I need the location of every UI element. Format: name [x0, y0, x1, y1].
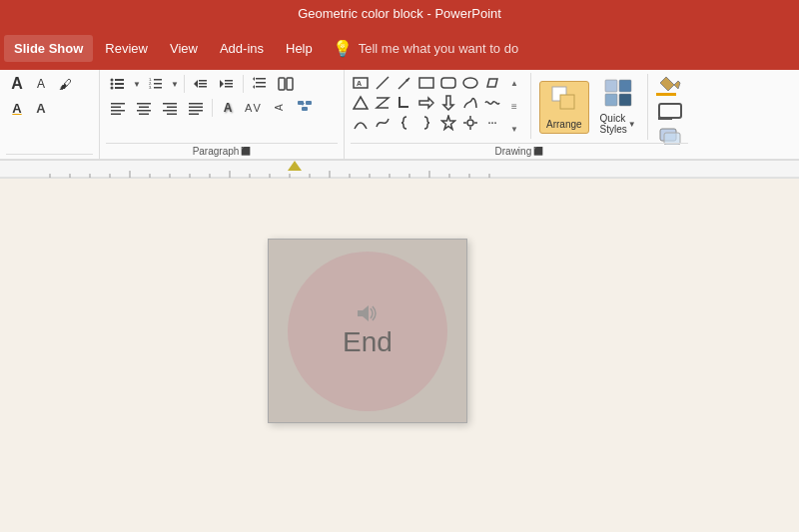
- more-shapes-btn[interactable]: ···: [482, 113, 502, 133]
- freeform-shape-btn[interactable]: [460, 93, 480, 113]
- svg-marker-57: [419, 98, 433, 108]
- svg-rect-7: [154, 79, 162, 81]
- svg-point-4: [111, 87, 114, 90]
- text-direction-btn[interactable]: A: [269, 97, 291, 119]
- arrange-btn[interactable]: Arrange: [539, 81, 589, 134]
- para-row1: ▼ 1.2.3. ▼: [106, 73, 338, 95]
- align-center-btn[interactable]: [132, 97, 156, 119]
- curve-shape-btn[interactable]: [373, 113, 393, 133]
- svg-rect-37: [163, 110, 177, 112]
- menu-item-help[interactable]: Help: [276, 35, 323, 62]
- shape-outline-btn[interactable]: [652, 101, 688, 123]
- indent-decrease-btn[interactable]: [189, 73, 213, 95]
- svg-rect-1: [115, 79, 124, 81]
- font-size-small-btn[interactable]: A: [30, 73, 52, 95]
- right-arrow-shape-btn[interactable]: [416, 93, 436, 113]
- svg-rect-21: [256, 82, 266, 84]
- parallelogram-shape-btn[interactable]: [482, 73, 502, 93]
- para-row2: A AV A: [106, 97, 338, 119]
- bullets-btn[interactable]: [106, 73, 130, 95]
- svg-rect-73: [658, 117, 672, 120]
- quick-styles-dropdown[interactable]: ▼: [628, 120, 636, 129]
- shapes-scroll-up[interactable]: ▲: [506, 73, 522, 93]
- ruler-svg: [0, 161, 799, 179]
- svg-rect-39: [189, 103, 203, 105]
- menu-item-slideshow[interactable]: Slide Show: [4, 35, 93, 62]
- shapes-scroll-mid[interactable]: ≡: [506, 96, 522, 116]
- shapes-row2: [351, 93, 502, 113]
- svg-line-49: [377, 77, 389, 89]
- numbering-dropdown[interactable]: ▼: [170, 73, 180, 95]
- quick-styles-btn[interactable]: QuickStyles ▼: [593, 75, 643, 139]
- svg-rect-13: [199, 80, 207, 82]
- oval-shape-btn[interactable]: [460, 73, 480, 93]
- menu-item-view[interactable]: View: [160, 35, 208, 62]
- quick-styles-icon: [604, 79, 632, 111]
- svg-marker-12: [194, 80, 198, 88]
- svg-point-2: [111, 83, 114, 86]
- svg-rect-18: [225, 83, 233, 85]
- indent-increase-btn[interactable]: [215, 73, 239, 95]
- down-arrow-shape-btn[interactable]: [438, 93, 458, 113]
- columns-btn[interactable]: [274, 73, 298, 95]
- drawing-divider2: [647, 74, 648, 140]
- paragraph-label: Paragraph ⬛: [106, 143, 338, 159]
- edit-area: [652, 73, 688, 141]
- rect-shape-btn[interactable]: [416, 73, 436, 93]
- slide-thumbnail[interactable]: End: [268, 239, 467, 423]
- drawing-label: Drawing ⬛: [351, 143, 688, 159]
- svg-rect-31: [137, 103, 151, 105]
- font-color-btn[interactable]: A: [6, 97, 28, 119]
- shape-fill-btn[interactable]: [652, 73, 688, 99]
- align-right-btn[interactable]: [158, 97, 182, 119]
- font-highlight-btn[interactable]: A: [30, 97, 52, 119]
- rounded-rect-shape-btn[interactable]: [438, 73, 458, 93]
- svg-rect-42: [189, 114, 199, 116]
- arrow-line-shape-btn[interactable]: [395, 73, 414, 93]
- triangle-shape-btn[interactable]: [351, 93, 371, 113]
- svg-rect-27: [111, 103, 125, 105]
- char-spacing-btn[interactable]: AV: [241, 97, 267, 119]
- font-clear-btn[interactable]: 🖌: [54, 73, 76, 95]
- section-font: A A 🖌 A A: [0, 70, 100, 159]
- textbox-shape-btn[interactable]: A: [351, 73, 371, 93]
- font-row1: A A 🖌: [6, 73, 93, 95]
- svg-rect-32: [139, 107, 149, 109]
- svg-rect-38: [167, 114, 177, 116]
- svg-rect-68: [619, 80, 631, 92]
- svg-point-60: [467, 120, 473, 126]
- svg-rect-29: [111, 110, 125, 112]
- align-justify-btn[interactable]: [184, 97, 208, 119]
- numbering-btn[interactable]: 1.2.3.: [144, 73, 168, 95]
- bullets-dropdown[interactable]: ▼: [132, 73, 142, 95]
- search-text[interactable]: Tell me what you want to do: [359, 41, 518, 56]
- brace-close-shape-btn[interactable]: [416, 113, 436, 133]
- paragraph-expand-icon[interactable]: ⬛: [241, 147, 251, 156]
- drawing-divider: [530, 73, 531, 139]
- svg-rect-28: [111, 107, 121, 109]
- menu-item-review[interactable]: Review: [95, 35, 158, 62]
- l-shape-btn[interactable]: [395, 93, 414, 113]
- line-spacing-btn[interactable]: [248, 73, 272, 95]
- svg-marker-102: [358, 305, 369, 321]
- gear-shape-btn[interactable]: [460, 113, 480, 133]
- star5-shape-btn[interactable]: [438, 113, 458, 133]
- align-left-btn[interactable]: [106, 97, 130, 119]
- line-shape-btn[interactable]: [373, 73, 393, 93]
- svg-rect-34: [139, 114, 149, 116]
- z-shape-btn[interactable]: [373, 93, 393, 113]
- font-size-large-btn[interactable]: A: [6, 73, 28, 95]
- menu-item-addins[interactable]: Add-ins: [210, 35, 274, 62]
- svg-text:A: A: [357, 80, 362, 87]
- drawing-expand-icon[interactable]: ⬛: [533, 147, 543, 156]
- svg-point-54: [463, 78, 477, 88]
- svg-rect-26: [287, 78, 293, 90]
- wave-shape-btn[interactable]: [482, 93, 502, 113]
- convert-smartart-btn[interactable]: [293, 97, 317, 119]
- text-shadow-btn[interactable]: A: [217, 97, 239, 119]
- brace-open-shape-btn[interactable]: [395, 113, 414, 133]
- app-window: Geometric color block - PowerPoint Slide…: [0, 0, 799, 532]
- slide-circle: End: [288, 252, 447, 411]
- arc-shape-btn[interactable]: [351, 113, 371, 133]
- shapes-scroll-down[interactable]: ▼: [506, 119, 522, 139]
